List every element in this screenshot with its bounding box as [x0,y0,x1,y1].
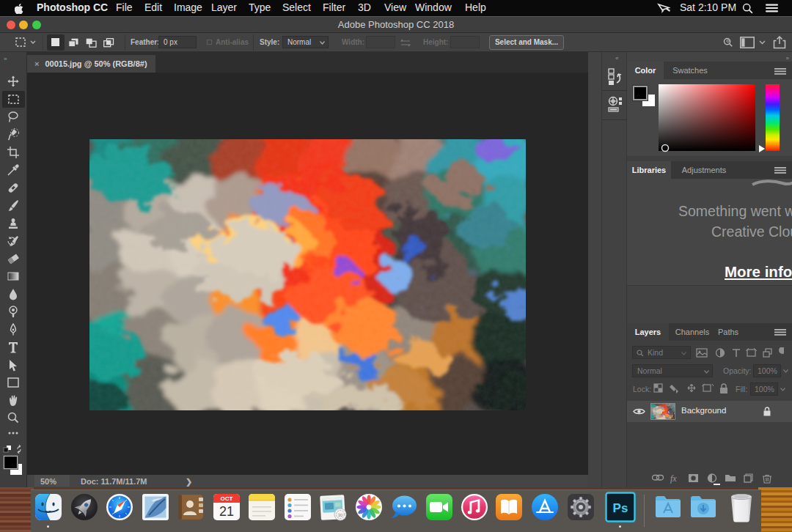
svg-text:21: 21 [219,504,234,519]
svg-text:fx: fx [670,473,677,484]
svg-text:Ps: Ps [613,501,628,515]
svg-text:30: 30 [338,513,343,517]
svg-text:OCT: OCT [221,495,233,502]
